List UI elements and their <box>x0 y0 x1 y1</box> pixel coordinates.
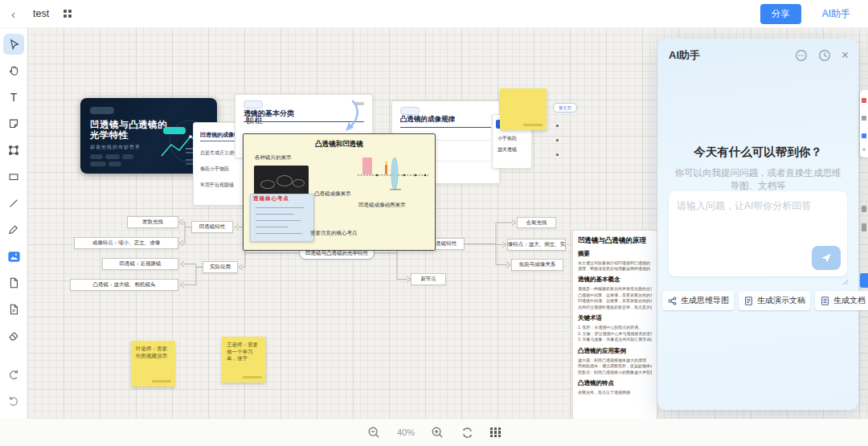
hand-icon <box>7 64 20 77</box>
line-tool[interactable] <box>3 193 24 214</box>
mindmap-leaf[interactable]: 发散光线 <box>127 216 178 228</box>
sticky-author <box>152 380 171 383</box>
doc-list-item: 会聚光线，焦点位于透镜两侧 <box>578 390 652 396</box>
history-icon[interactable] <box>818 49 831 62</box>
cover-title: 凹透镜与凸透镜的 光学特性 <box>90 120 167 141</box>
sticky-author <box>523 124 542 126</box>
edge-icon[interactable] <box>862 133 866 138</box>
edge-fragment <box>862 206 866 212</box>
pen-tool[interactable] <box>3 219 24 240</box>
cover-badge <box>90 107 114 114</box>
cover-tag <box>105 154 120 159</box>
mindmap-leaf[interactable]: 会聚光线 <box>517 217 556 228</box>
redo-button[interactable] <box>3 391 24 412</box>
zoom-level[interactable]: 40% <box>397 428 415 437</box>
zoom-out-button[interactable] <box>367 426 381 440</box>
whiteboard-app: 凹透镜与凸透镜的 光学特性 探索光线的奇妙世界 凹透镜的成像特点 总是生成正立虚… <box>0 0 868 446</box>
mindmap-leaf[interactable]: 成像特点：放大、倒立、实像 <box>507 239 566 251</box>
resize-handle[interactable] <box>841 278 849 285</box>
edge-icon[interactable] <box>862 98 866 103</box>
shape-tool[interactable] <box>3 166 24 187</box>
back-button[interactable]: ‹ <box>11 7 15 21</box>
reset-view-button[interactable] <box>461 426 474 440</box>
ai-panel-title: AI助手 <box>669 48 700 63</box>
mindmap-leaf[interactable]: 凸透镜：放大镜、相机镜头 <box>70 279 178 291</box>
paper-plane-icon <box>820 252 833 264</box>
frame-tool[interactable] <box>3 140 24 161</box>
new-chat-icon[interactable] <box>795 49 808 62</box>
edge-icon[interactable] <box>862 148 866 151</box>
card-title: 凹透镜的成像特点 <box>200 131 237 141</box>
cover-tag <box>90 154 103 159</box>
sticky-note-top[interactable] <box>500 88 547 130</box>
document-heading: 摘要 <box>578 250 652 258</box>
sticky-note-tool[interactable] <box>3 113 24 134</box>
select-tool[interactable] <box>3 34 24 55</box>
generate-mindmap-button[interactable]: 生成思维导图 <box>662 291 734 310</box>
share-button[interactable]: 分享 <box>760 4 801 24</box>
generate-document-button[interactable]: 生成文档 <box>815 291 868 310</box>
send-button[interactable] <box>812 246 841 270</box>
doc-list-item: 2. 主轴：穿过透镜中心并与透镜垂直的直线。 <box>578 331 652 338</box>
tool-palette: T <box>0 27 27 419</box>
mindmap-branch[interactable]: 新节点 <box>411 273 446 285</box>
edge-blue-tab[interactable] <box>860 273 868 288</box>
text-tool[interactable]: T <box>3 87 24 108</box>
zoom-in-button[interactable] <box>431 426 444 440</box>
eraser-tool[interactable] <box>3 325 24 346</box>
page-pill[interactable]: 第五页 <box>553 103 577 113</box>
generate-slides-button[interactable]: 生成演示文稿 <box>739 291 810 310</box>
button-label: 生成文档 <box>833 295 866 306</box>
ai-greeting-block: 今天有什么可以帮到你？ 你可以向我提问问题，或者直接生成思维导图、文档等 <box>657 145 858 192</box>
document-heading: 关键术语 <box>578 314 652 322</box>
document-heading: 凸透镜的特点 <box>578 379 652 387</box>
file-p-icon: P <box>7 303 20 316</box>
edge-icon[interactable] <box>862 116 866 121</box>
zoom-out-icon <box>367 426 381 440</box>
ai-assistant-toggle[interactable]: AI助手 <box>822 7 850 21</box>
ai-quick-actions: 生成思维导图 生成演示文稿 生成文档 <box>662 291 854 310</box>
mindmap-leaf[interactable]: 焦距与成像关系 <box>511 259 563 271</box>
text-icon: T <box>10 91 18 104</box>
sticky-note-teacher-wang[interactable]: 王老师：需要做一个学习单，便于 <box>222 337 266 383</box>
undo-button[interactable] <box>3 365 24 386</box>
doc-list-item: 投影仪：利用凸透镜将小的图像放大并投影 <box>578 370 652 376</box>
pan-tool[interactable] <box>3 60 24 81</box>
edge-fragment <box>862 223 866 231</box>
doc-list-item: 凹透镜中间薄、边缘厚，具有发散光线的作用 <box>578 298 652 305</box>
grid-view-button[interactable] <box>490 428 501 438</box>
document-tool[interactable] <box>3 272 24 293</box>
mindmap-branch[interactable]: 实际应用 <box>203 261 238 273</box>
board-menu-icon[interactable] <box>63 10 72 18</box>
quiz-item: 放大透镜 <box>497 146 517 153</box>
redo-icon <box>7 395 20 408</box>
label-core-points: 需要注意的核心考点 <box>310 230 358 237</box>
doc-list-item: 照相机镜头：通过调整焦距，使远处物体成像 <box>578 363 652 370</box>
card-title: 凸透镜的成像规律 <box>400 115 491 128</box>
bullet-dot <box>556 153 559 156</box>
lens-frame-board[interactable]: 凸透镜和凹透镜 各种镜片的展示 知识点 凸透镜成像展示 透镜核心考点 <box>243 133 436 251</box>
doc-list-item: 凸透镜中间厚、边缘薄，具有会聚光线的作用 <box>578 293 652 299</box>
image-tool[interactable] <box>3 246 24 267</box>
sticky-note-icon <box>7 117 20 130</box>
mindmap-branch[interactable]: 凹透镜特性 <box>191 221 233 233</box>
whiteboard-title: 透镜核心考点 <box>253 195 289 203</box>
close-icon[interactable]: × <box>841 50 849 61</box>
document-card[interactable]: 凹透镜与凸透镜的原理 摘要 本文通过实际案例介绍凹透镜和凸透镜的原理，帮助读者更… <box>572 230 657 419</box>
document-icon <box>820 296 830 306</box>
eraser-icon <box>7 329 20 342</box>
board-title[interactable]: test <box>33 8 49 19</box>
mindmap-leaf[interactable]: 凹透镜：近视眼镜 <box>102 258 178 270</box>
edge-mini-toolbar[interactable] <box>860 90 868 158</box>
whiteboard-image[interactable]: 透镜核心考点 <box>250 194 314 242</box>
rectangle-icon <box>7 170 20 183</box>
sticky-note-teacher-ye[interactable]: 叶老师：需要绘图视频演示 <box>131 341 175 387</box>
document-paragraph: 本文通过实际案例介绍凹透镜和凸透镜的原理，帮助读者更好地理解这两种透镜的工作方式… <box>578 260 652 272</box>
lens-diagram <box>356 153 430 194</box>
presentation-tool[interactable]: P <box>3 299 24 320</box>
document-title: 凹透镜与凸透镜的原理 <box>578 236 652 246</box>
frame-name-label[interactable]: 帧框 <box>246 115 263 126</box>
drawn-arrow[interactable] <box>336 96 368 137</box>
mindmap-leaf[interactable]: 成像特点：缩小、正立、虚像 <box>74 237 178 249</box>
doc-list-item: 透镜是一种能够折射光线并改变光路的光学元件 <box>578 286 652 293</box>
